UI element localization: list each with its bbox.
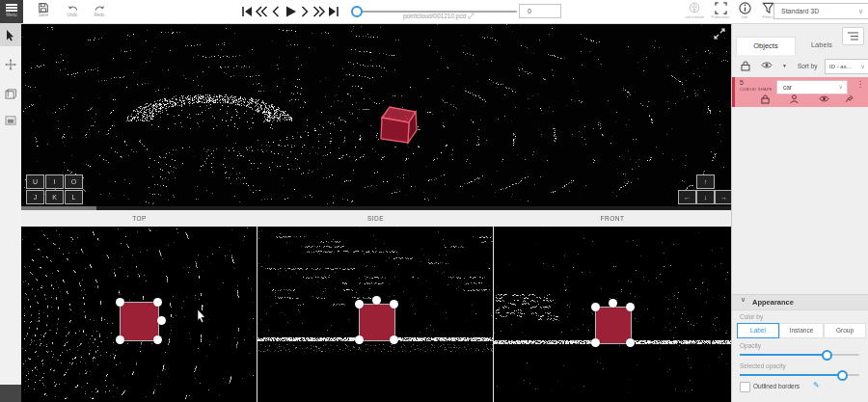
nav-arrow-down[interactable]: ↓ bbox=[696, 190, 715, 204]
color-mode-label-button[interactable]: Label bbox=[737, 323, 779, 338]
handle-front-ne[interactable] bbox=[626, 303, 635, 311]
step-forward-icon bbox=[298, 5, 312, 18]
mouse-cursor bbox=[197, 309, 206, 323]
nav-key-j[interactable]: J bbox=[26, 190, 44, 204]
fast-backward-button[interactable] bbox=[255, 5, 269, 18]
skip-to-last-button[interactable] bbox=[327, 5, 341, 18]
selected-opacity-slider[interactable] bbox=[740, 374, 859, 376]
object-pin-button[interactable] bbox=[845, 94, 854, 104]
appearance-title: Appearance bbox=[752, 298, 794, 307]
cuboid-top-view[interactable] bbox=[120, 302, 159, 341]
fullscreen-button[interactable]: Fullscreen bbox=[707, 2, 734, 19]
nav-key-k[interactable]: K bbox=[45, 190, 64, 204]
handle-top-se[interactable] bbox=[153, 335, 162, 344]
fullscreen-label: Fullscreen bbox=[707, 15, 734, 19]
frame-slider-handle[interactable] bbox=[351, 6, 363, 17]
handle-front-top[interactable] bbox=[609, 299, 617, 308]
eye-icon bbox=[819, 94, 829, 103]
handle-side-ne[interactable] bbox=[390, 300, 398, 308]
frame-number-input[interactable] bbox=[519, 4, 561, 18]
selected-opacity-slider-handle[interactable] bbox=[837, 370, 848, 381]
step-backward-button[interactable] bbox=[269, 5, 284, 18]
expand-caret-icon[interactable]: ▼ bbox=[782, 63, 787, 68]
fast-forward-button[interactable] bbox=[312, 5, 327, 18]
select-tool-button[interactable] bbox=[0, 24, 21, 46]
top-view-label: TOP bbox=[21, 210, 258, 227]
main-3d-view[interactable]: U I O J K L ↑ ← ↓ → bbox=[21, 23, 731, 210]
outlined-borders-checkbox[interactable] bbox=[740, 382, 750, 392]
cuboid-side-view[interactable] bbox=[359, 304, 395, 341]
sidebar-footer-toggle[interactable] bbox=[0, 385, 21, 402]
handle-top-nw[interactable] bbox=[116, 298, 124, 307]
opacity-slider-handle[interactable] bbox=[822, 350, 832, 361]
nav-key-l[interactable]: L bbox=[65, 190, 83, 204]
object-menu-button[interactable]: ⋮ bbox=[856, 80, 864, 89]
color-mode-instance-button[interactable]: Instance bbox=[779, 323, 824, 338]
object-assignee-button[interactable] bbox=[790, 94, 799, 104]
handle-top-ne[interactable] bbox=[153, 298, 162, 307]
appearance-header[interactable]: ∨ Appearance bbox=[732, 294, 868, 310]
nav-arrow-left[interactable]: ← bbox=[678, 190, 696, 204]
side-view-label: SIDE bbox=[258, 210, 494, 227]
object-card-car[interactable]: 5 CUBOID SHAPE car ∨ ⋮ bbox=[732, 77, 868, 107]
edit-border-color-icon[interactable]: ✎ bbox=[813, 381, 820, 389]
pointcloud-filename: pointcloud/001210.pcd bbox=[366, 13, 511, 19]
nav-arrow-up[interactable]: ↑ bbox=[696, 174, 715, 189]
layout-mode-select[interactable]: Standard 3D ∨ bbox=[773, 3, 868, 19]
nav-key-i[interactable]: I bbox=[45, 174, 64, 189]
undo-button[interactable]: Undo bbox=[60, 2, 85, 17]
handle-front-se[interactable] bbox=[626, 338, 635, 347]
skip-to-last-icon bbox=[327, 5, 340, 18]
skip-to-first-icon bbox=[240, 5, 254, 18]
pan-tool-button[interactable] bbox=[0, 54, 21, 76]
image-tool-button[interactable] bbox=[0, 110, 21, 132]
skip-to-first-button[interactable] bbox=[240, 5, 255, 18]
link-icon bbox=[468, 13, 475, 19]
object-lock-button[interactable] bbox=[761, 94, 770, 104]
list-settings-icon bbox=[848, 32, 858, 40]
top-toolbar: Menu Save Undo Redo bbox=[0, 0, 868, 24]
handle-side-nw[interactable] bbox=[355, 300, 364, 308]
play-button[interactable] bbox=[284, 5, 298, 18]
undo-label: Undo bbox=[60, 13, 85, 17]
cuboid-front-view[interactable] bbox=[595, 307, 632, 344]
menu-button[interactable]: Menu bbox=[0, 0, 23, 23]
selected-opacity-label: Selected opacity bbox=[740, 362, 786, 369]
fast-forward-icon bbox=[312, 5, 326, 18]
sort-select[interactable]: ID - as... ∨ bbox=[825, 59, 868, 74]
collapse-chevron-icon: ∨ bbox=[741, 296, 746, 304]
object-class-select[interactable]: car ∨ bbox=[776, 80, 848, 94]
expand-view-icon[interactable] bbox=[714, 28, 725, 40]
objects-panel: Objects Labels ▼ Sort by ID - as... ∨ 5 … bbox=[731, 23, 868, 402]
handle-front-nw[interactable] bbox=[591, 303, 600, 311]
visibility-all-button[interactable] bbox=[761, 61, 773, 69]
handle-top-sw[interactable] bbox=[116, 335, 124, 344]
handle-front-sw[interactable] bbox=[591, 338, 600, 347]
person-icon bbox=[790, 94, 799, 104]
lock-all-button[interactable] bbox=[741, 61, 750, 71]
nav-key-o[interactable]: O bbox=[65, 174, 83, 189]
handle-top-rotate[interactable] bbox=[157, 316, 166, 325]
side-view-panel[interactable] bbox=[258, 227, 493, 402]
tab-labels[interactable]: Labels bbox=[795, 37, 849, 54]
selected-cuboid-3d[interactable] bbox=[21, 23, 731, 210]
play-icon bbox=[284, 5, 297, 18]
handle-side-sw[interactable] bbox=[355, 335, 364, 344]
nav-arrow-right[interactable]: → bbox=[715, 190, 731, 204]
save-button[interactable]: Save bbox=[31, 2, 56, 17]
cuboid-tool-button[interactable] bbox=[0, 83, 21, 105]
redo-button[interactable]: Redo bbox=[87, 2, 112, 17]
filter-icon bbox=[762, 2, 774, 14]
handle-side-top[interactable] bbox=[372, 296, 381, 305]
save-label: Save bbox=[31, 13, 56, 17]
color-mode-group-button[interactable]: Group bbox=[824, 323, 866, 338]
top-view-panel[interactable] bbox=[21, 227, 257, 402]
info-icon bbox=[739, 2, 751, 14]
step-forward-button[interactable] bbox=[298, 5, 312, 18]
nav-key-u[interactable]: U bbox=[26, 174, 44, 189]
handle-side-se[interactable] bbox=[390, 335, 398, 344]
opacity-slider[interactable] bbox=[740, 354, 859, 356]
front-view-panel[interactable] bbox=[494, 227, 731, 402]
tab-objects[interactable]: Objects bbox=[736, 37, 796, 55]
object-visibility-button[interactable] bbox=[819, 94, 829, 103]
